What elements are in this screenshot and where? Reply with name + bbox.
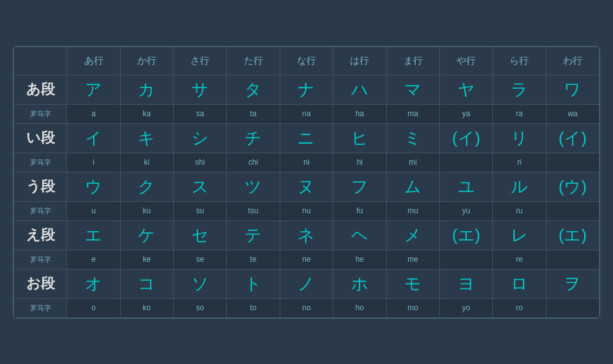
kana-cell-4-2: ソ (174, 269, 227, 298)
kana-cell-1-7: (イ) (439, 123, 492, 153)
romaji-cell-0-1: ka (120, 104, 173, 123)
romaji-cell-0-4: na (280, 104, 333, 123)
dan-label-4: お段 (14, 269, 67, 298)
kana-cell-4-5: ホ (333, 269, 386, 298)
kana-cell-0-4: ナ (280, 75, 333, 104)
header-ma-row: ま行 (386, 47, 439, 75)
kana-cell-4-7: ヨ (439, 269, 492, 298)
kana-cell-2-0: ウ (67, 172, 120, 201)
romaji-cell-2-5: fu (333, 201, 386, 220)
romaji-cell-1-5: hi (333, 153, 386, 172)
romaji-label-3: 罗马字 (14, 250, 67, 269)
kana-cell-2-8: ル (493, 172, 546, 201)
kana-cell-0-3: タ (227, 75, 280, 104)
romaji-cell-1-3: chi (227, 153, 280, 172)
kana-cell-3-8: レ (493, 220, 546, 250)
kana-cell-3-0: エ (67, 220, 120, 250)
kana-cell-4-1: コ (120, 269, 173, 298)
kana-cell-1-4: ニ (280, 123, 333, 153)
kana-cell-2-2: ス (174, 172, 227, 201)
kana-cell-0-5: ハ (333, 75, 386, 104)
kana-cell-3-9: (エ) (546, 220, 599, 250)
romaji-cell-3-5: he (333, 250, 386, 269)
romaji-cell-0-3: ta (227, 104, 280, 123)
kana-cell-2-5: フ (333, 172, 386, 201)
katakana-table: あ行 か行 さ行 た行 な行 は行 ま行 や行 ら行 わ行 あ段アカサタナハマヤ… (13, 47, 600, 318)
romaji-cell-1-9 (546, 153, 599, 172)
romaji-cell-2-1: ku (120, 201, 173, 220)
romaji-cell-4-9 (546, 298, 599, 317)
dan-label-2: う段 (14, 172, 67, 201)
romaji-cell-4-6: mo (386, 298, 439, 317)
romaji-cell-2-4: nu (280, 201, 333, 220)
romaji-label-0: 罗马字 (14, 104, 67, 123)
romaji-cell-4-4: no (280, 298, 333, 317)
kana-cell-1-2: シ (174, 123, 227, 153)
kana-cell-3-4: ネ (280, 220, 333, 250)
romaji-cell-2-2: su (174, 201, 227, 220)
kana-cell-0-7: ヤ (439, 75, 492, 104)
kana-cell-1-9: (イ) (546, 123, 599, 153)
katakana-table-wrapper: あ行 か行 さ行 た行 な行 は行 ま行 や行 ら行 わ行 あ段アカサタナハマヤ… (13, 46, 600, 319)
header-topleft (14, 47, 67, 75)
header-ha-row: は行 (333, 47, 386, 75)
romaji-cell-0-9: wa (546, 104, 599, 123)
header-na-row: な行 (280, 47, 333, 75)
romaji-cell-0-5: ha (333, 104, 386, 123)
romaji-cell-1-7 (439, 153, 492, 172)
kana-cell-3-1: ケ (120, 220, 173, 250)
romaji-cell-4-3: to (227, 298, 280, 317)
romaji-label-2: 罗马字 (14, 201, 67, 220)
kana-cell-0-2: サ (174, 75, 227, 104)
romaji-label-4: 罗马字 (14, 298, 67, 317)
romaji-cell-3-6: me (386, 250, 439, 269)
kana-cell-2-7: ユ (439, 172, 492, 201)
header-ra-row: ら行 (493, 47, 546, 75)
romaji-cell-1-2: shi (174, 153, 227, 172)
header-a-row: あ行 (67, 47, 120, 75)
romaji-cell-4-5: ho (333, 298, 386, 317)
kana-cell-4-4: ノ (280, 269, 333, 298)
kana-cell-3-6: メ (386, 220, 439, 250)
kana-cell-1-5: ヒ (333, 123, 386, 153)
romaji-cell-2-3: tsu (227, 201, 280, 220)
kana-cell-1-3: チ (227, 123, 280, 153)
kana-cell-4-0: オ (67, 269, 120, 298)
kana-cell-0-6: マ (386, 75, 439, 104)
kana-cell-2-1: ク (120, 172, 173, 201)
dan-label-1: い段 (14, 123, 67, 153)
kana-cell-0-9: ワ (546, 75, 599, 104)
romaji-cell-0-8: ra (493, 104, 546, 123)
romaji-cell-3-0: e (67, 250, 120, 269)
romaji-cell-0-6: ma (386, 104, 439, 123)
kana-cell-3-7: (エ) (439, 220, 492, 250)
kana-cell-0-1: カ (120, 75, 173, 104)
kana-cell-4-6: モ (386, 269, 439, 298)
romaji-cell-2-8: ru (493, 201, 546, 220)
romaji-label-1: 罗马字 (14, 153, 67, 172)
romaji-cell-4-7: yo (439, 298, 492, 317)
romaji-cell-3-3: te (227, 250, 280, 269)
romaji-cell-0-2: sa (174, 104, 227, 123)
romaji-cell-2-6: mu (386, 201, 439, 220)
dan-label-0: あ段 (14, 75, 67, 104)
header-ta-row: た行 (227, 47, 280, 75)
kana-cell-4-9: ヲ (546, 269, 599, 298)
kana-cell-4-8: ロ (493, 269, 546, 298)
romaji-cell-4-8: ro (493, 298, 546, 317)
kana-cell-4-3: ト (227, 269, 280, 298)
romaji-cell-2-9 (546, 201, 599, 220)
romaji-cell-3-1: ke (120, 250, 173, 269)
romaji-cell-1-1: ki (120, 153, 173, 172)
romaji-cell-4-0: o (67, 298, 120, 317)
romaji-cell-0-0: a (67, 104, 120, 123)
romaji-cell-1-8: ri (493, 153, 546, 172)
kana-cell-0-0: ア (67, 75, 120, 104)
romaji-cell-3-4: ne (280, 250, 333, 269)
kana-cell-0-8: ラ (493, 75, 546, 104)
kana-cell-1-1: キ (120, 123, 173, 153)
romaji-cell-2-7: yu (439, 201, 492, 220)
kana-cell-2-6: ム (386, 172, 439, 201)
romaji-cell-3-2: se (174, 250, 227, 269)
kana-cell-1-0: イ (67, 123, 120, 153)
